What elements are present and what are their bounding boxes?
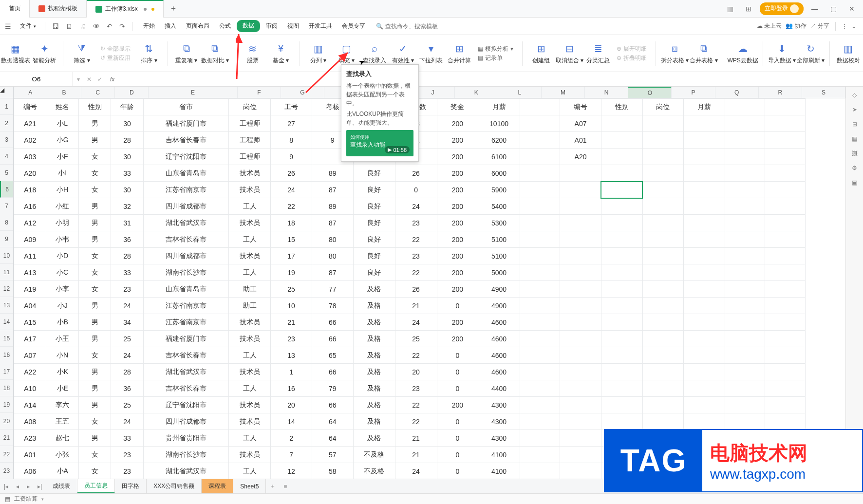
- cell[interactable]: 工程师: [229, 115, 271, 132]
- cell[interactable]: [725, 331, 765, 347]
- cell[interactable]: 65: [312, 347, 353, 364]
- cell[interactable]: 小E: [46, 380, 78, 397]
- cell[interactable]: A03: [14, 149, 46, 165]
- header-cell[interactable]: [725, 99, 765, 115]
- cell[interactable]: [765, 397, 805, 413]
- subtotal-button[interactable]: ≣分类汇总: [588, 42, 608, 65]
- col-header-A[interactable]: A: [14, 87, 47, 98]
- row-header-16[interactable]: 16: [0, 347, 13, 363]
- cell[interactable]: 李六: [46, 397, 78, 413]
- show-all-button[interactable]: ↻ 全部显示: [100, 45, 131, 53]
- cell[interactable]: [560, 264, 601, 281]
- tab-home[interactable]: 首页: [0, 0, 30, 18]
- cell[interactable]: 小B: [46, 314, 78, 331]
- cell[interactable]: 山东省青岛市: [143, 281, 228, 298]
- cell[interactable]: 不及格: [353, 447, 395, 463]
- cell[interactable]: 及格: [353, 413, 395, 430]
- cell[interactable]: 男: [78, 331, 111, 347]
- cell[interactable]: 及格: [353, 397, 395, 413]
- select-all-cell[interactable]: ◢: [0, 87, 13, 98]
- cell[interactable]: 22: [395, 231, 437, 248]
- cell[interactable]: A08: [14, 413, 46, 430]
- preview-icon[interactable]: 👁: [91, 20, 102, 32]
- cell[interactable]: 助工: [229, 281, 271, 298]
- header-cell[interactable]: 性别: [78, 99, 111, 115]
- cell[interactable]: [725, 248, 765, 264]
- record-form-button[interactable]: ▤ 记录单: [478, 54, 513, 62]
- cell[interactable]: 24: [395, 198, 437, 215]
- cell[interactable]: [560, 314, 601, 331]
- cell[interactable]: [560, 413, 601, 430]
- cell[interactable]: 良好: [353, 165, 395, 182]
- cell[interactable]: [725, 215, 765, 231]
- cell[interactable]: 31: [111, 215, 143, 231]
- cell[interactable]: [520, 430, 560, 447]
- cell[interactable]: 工程师: [229, 149, 271, 165]
- col-header-O[interactable]: O: [628, 87, 672, 98]
- cell[interactable]: 89: [312, 165, 353, 182]
- col-header-K[interactable]: K: [455, 87, 498, 98]
- cell[interactable]: [765, 132, 805, 149]
- duplicates-button[interactable]: ⧉重复项 ▾: [177, 42, 196, 65]
- cell[interactable]: 四川省成都市: [143, 248, 228, 264]
- cell[interactable]: A19: [14, 281, 46, 298]
- cell[interactable]: 22: [271, 198, 312, 215]
- cell[interactable]: 200: [437, 281, 478, 298]
- cell[interactable]: [725, 165, 765, 182]
- cell[interactable]: 5300: [478, 215, 520, 231]
- cell[interactable]: 58: [312, 463, 353, 479]
- cell[interactable]: A09: [14, 231, 46, 248]
- cell[interactable]: 23: [395, 248, 437, 264]
- cell[interactable]: 200: [437, 314, 478, 331]
- cell[interactable]: [765, 248, 805, 264]
- menu-tab-7[interactable]: 开发工具: [305, 20, 336, 32]
- gear-icon[interactable]: ⚙: [852, 165, 857, 171]
- cell[interactable]: [765, 347, 805, 364]
- more-icon[interactable]: ⋮: [842, 23, 847, 30]
- cell[interactable]: 12: [271, 463, 312, 479]
- cell[interactable]: A13: [14, 264, 46, 281]
- cell[interactable]: [601, 413, 642, 430]
- sheet-next-button[interactable]: ▸: [23, 483, 34, 490]
- cell[interactable]: 66: [312, 364, 353, 380]
- cell[interactable]: [520, 397, 560, 413]
- cell[interactable]: A12: [14, 215, 46, 231]
- menu-tab-4[interactable]: 数据: [237, 20, 260, 32]
- row-header-4[interactable]: 4: [0, 148, 13, 165]
- cell[interactable]: 25: [111, 331, 143, 347]
- filter-button[interactable]: ⧩筛选 ▾: [72, 42, 92, 65]
- close-button[interactable]: ✕: [844, 1, 859, 16]
- col-header-C[interactable]: C: [81, 87, 115, 98]
- col-header-P[interactable]: P: [672, 87, 715, 98]
- cell[interactable]: [642, 149, 684, 165]
- create-group-button[interactable]: ⊞创建组: [531, 42, 551, 65]
- refresh-all-button[interactable]: ↻全部刷新 ▾: [801, 42, 821, 65]
- row-header-3[interactable]: 3: [0, 131, 13, 148]
- cell[interactable]: [601, 397, 642, 413]
- cell[interactable]: 及格: [353, 314, 395, 331]
- cell[interactable]: 0: [437, 447, 478, 463]
- sheet-tab-1[interactable]: 员工信息: [77, 479, 115, 493]
- cell[interactable]: 4100: [478, 463, 520, 479]
- header-cell[interactable]: 岗位: [229, 99, 271, 115]
- cell[interactable]: [765, 364, 805, 380]
- cell[interactable]: [520, 115, 560, 132]
- cell[interactable]: [560, 248, 601, 264]
- print-icon[interactable]: 🖨: [77, 20, 88, 32]
- cell[interactable]: 0: [437, 430, 478, 447]
- cell[interactable]: A04: [14, 298, 46, 314]
- cell[interactable]: [642, 198, 684, 215]
- share-button[interactable]: ↗ 分享: [810, 22, 829, 30]
- coop-button[interactable]: 👥 协作: [786, 22, 806, 30]
- cell[interactable]: 女: [78, 165, 111, 182]
- cell[interactable]: 良好: [353, 231, 395, 248]
- search-box[interactable]: 🔍: [376, 23, 453, 30]
- cell[interactable]: A10: [14, 380, 46, 397]
- cell[interactable]: [520, 264, 560, 281]
- col-header-M[interactable]: M: [542, 87, 585, 98]
- sheet-prev-button[interactable]: ◂: [12, 483, 23, 490]
- cell[interactable]: 男: [78, 364, 111, 380]
- cell[interactable]: 200: [437, 165, 478, 182]
- cell[interactable]: 87: [312, 264, 353, 281]
- cell[interactable]: [684, 413, 725, 430]
